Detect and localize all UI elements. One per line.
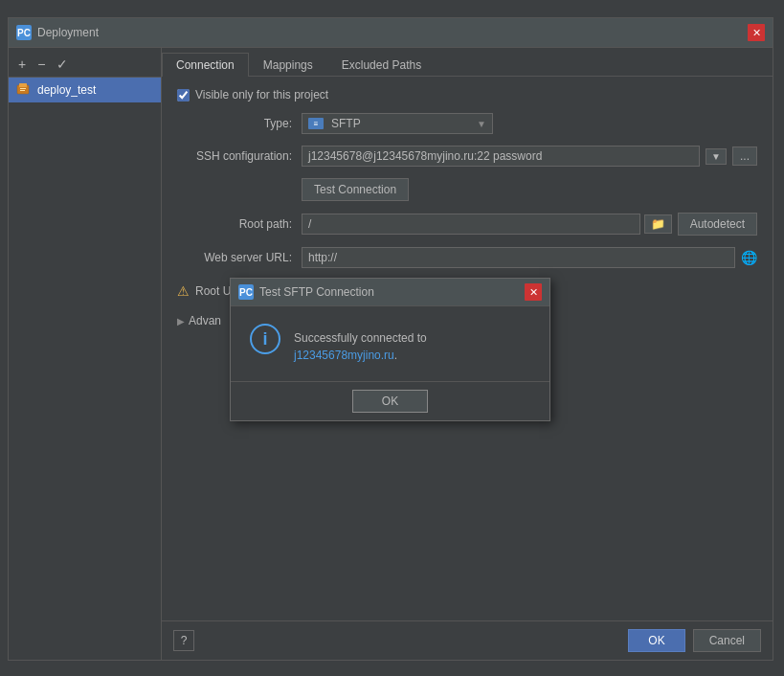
svg-rect-3 <box>20 90 25 91</box>
root-path-input-group: 📁 <box>302 214 672 235</box>
visible-only-checkbox[interactable] <box>177 89 190 101</box>
visible-only-label: Visible only for this project <box>195 88 328 101</box>
success-suffix: . <box>394 349 397 362</box>
ssh-config-field: j12345678@j12345678myjino.ru:22 password… <box>302 146 757 167</box>
footer-left: ? <box>173 630 194 651</box>
root-path-label: Root path: <box>177 217 292 231</box>
warning-icon: ⚠ <box>177 283 190 299</box>
dialog-titlebar: PC Deployment ✕ <box>9 18 773 48</box>
web-server-input[interactable] <box>302 247 735 268</box>
close-button[interactable]: ✕ <box>748 24 765 41</box>
root-path-row: Root path: 📁 Autodetect <box>177 213 757 236</box>
tab-excluded-paths[interactable]: Excluded Paths <box>327 53 436 77</box>
sidebar-toolbar: + − ✓ <box>9 52 161 78</box>
ssh-edit-button[interactable]: ... <box>732 146 757 166</box>
sidebar-item-label: deploy_test <box>37 83 96 97</box>
web-server-row: Web server URL: 🌐 <box>177 247 757 268</box>
test-connection-button[interactable]: Test Connection <box>302 178 409 201</box>
apply-config-button[interactable]: ✓ <box>53 56 72 73</box>
tab-mappings[interactable]: Mappings <box>249 53 327 77</box>
test-dialog-title-icon: PC <box>238 284 254 300</box>
dialog-title-icon: PC <box>16 25 32 40</box>
test-dialog-body: i Successfully connected to j12345678myj… <box>231 306 549 381</box>
ssh-config-value: j12345678@j12345678myjino.ru:22 password <box>308 149 542 163</box>
type-field: ≡ SFTP ▼ <box>302 113 757 134</box>
test-dialog-title: Test SFTP Connection <box>259 285 374 299</box>
type-label: Type: <box>177 117 292 130</box>
svg-rect-1 <box>19 83 27 87</box>
tabs: Connection Mappings Excluded Paths <box>162 48 773 77</box>
advanced-label: Advan <box>189 314 221 327</box>
test-connection-row: Test Connection <box>177 178 757 201</box>
ssh-config-box: j12345678@j12345678myjino.ru:22 password <box>302 146 700 167</box>
root-path-input[interactable] <box>302 214 640 235</box>
web-icon: 🌐 <box>741 250 757 265</box>
type-dropdown-arrow: ▼ <box>477 119 486 129</box>
test-sftp-dialog: PC Test SFTP Connection ✕ i Successfully… <box>230 278 550 421</box>
success-prefix: Successfully connected to <box>294 331 427 345</box>
ssh-dropdown: j12345678@j12345678myjino.ru:22 password <box>308 149 693 163</box>
test-dialog-footer: OK <box>231 381 549 420</box>
help-button[interactable]: ? <box>173 630 194 651</box>
dialog-footer: ? OK Cancel <box>162 620 773 660</box>
footer-right: OK Cancel <box>628 629 761 652</box>
test-dialog-close-button[interactable]: ✕ <box>525 283 542 301</box>
dialog-titlebar-left: PC Deployment <box>16 25 99 40</box>
dialog-title-text: Deployment <box>37 26 99 39</box>
test-dialog-ok-button[interactable]: OK <box>352 390 428 413</box>
svg-rect-2 <box>20 88 26 89</box>
deploy-icon <box>16 82 32 98</box>
sidebar-item-deploy-test[interactable]: deploy_test <box>9 78 161 102</box>
warning-text: Root U <box>195 284 231 298</box>
autodetect-button[interactable]: Autodetect <box>678 213 757 236</box>
sftp-icon: ≡ <box>308 118 324 129</box>
sidebar: + − ✓ deploy_test <box>9 48 162 660</box>
ssh-dropdown-button[interactable]: ▼ <box>706 148 727 165</box>
root-path-field: 📁 Autodetect <box>302 213 757 236</box>
type-row: Type: ≡ SFTP ▼ <box>177 113 757 134</box>
ssh-config-label: SSH configuration: <box>177 149 292 163</box>
advanced-arrow-icon: ▶ <box>177 316 185 327</box>
visible-only-row: Visible only for this project <box>177 88 757 101</box>
cancel-button[interactable]: Cancel <box>693 629 761 652</box>
web-server-label: Web server URL: <box>177 251 292 264</box>
test-dialog-title-left: PC Test SFTP Connection <box>238 284 374 300</box>
add-config-button[interactable]: + <box>14 56 30 73</box>
info-icon: i <box>250 324 280 354</box>
server-link[interactable]: j12345678myjino.ru <box>294 349 394 362</box>
ok-button[interactable]: OK <box>628 629 684 652</box>
success-message: Successfully connected to j12345678myjin… <box>294 324 530 364</box>
remove-config-button[interactable]: − <box>34 56 49 73</box>
ssh-config-row: SSH configuration: j12345678@j12345678my… <box>177 146 757 167</box>
tab-connection[interactable]: Connection <box>162 53 249 77</box>
test-dialog-titlebar: PC Test SFTP Connection ✕ <box>231 279 549 306</box>
root-path-folder-button[interactable]: 📁 <box>644 214 672 234</box>
type-select[interactable]: ≡ SFTP ▼ <box>302 113 493 134</box>
web-server-field: 🌐 <box>302 247 757 268</box>
type-value: SFTP <box>331 117 361 130</box>
